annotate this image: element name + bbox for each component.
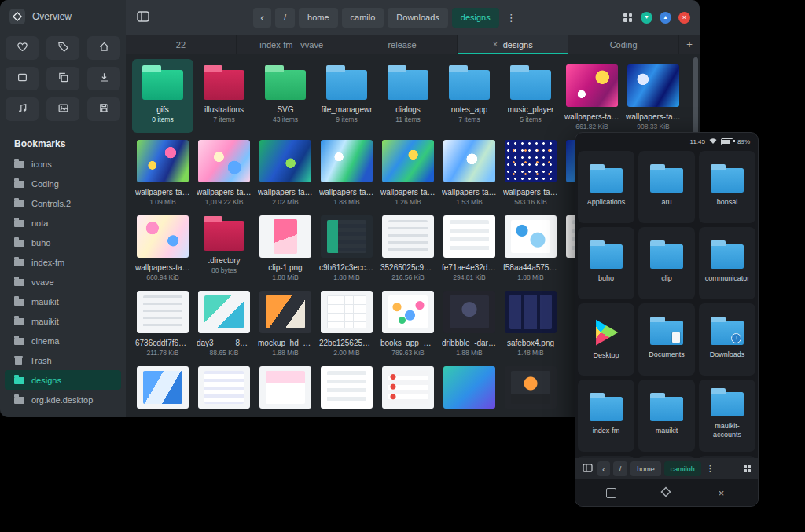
mobile-breadcrumb-home[interactable]: home [630, 461, 661, 476]
file-item[interactable]: wallpapers-tab...1.09 MiB [132, 134, 193, 208]
file-item[interactable] [316, 361, 377, 417]
nav-app-logo-button[interactable] [659, 485, 673, 501]
bookmark-item[interactable]: mauikit [5, 311, 121, 331]
sidebar-toggle-button[interactable] [135, 9, 151, 26]
mobile-folder-item[interactable]: buho [578, 227, 634, 299]
favorites-button[interactable] [6, 36, 39, 60]
mobile-folder-item[interactable]: aru [638, 151, 695, 223]
file-item[interactable]: dribbble_-dark...1.88 MiB [439, 285, 500, 359]
tab-close-icon[interactable]: × [493, 40, 498, 49]
mobile-breadcrumb-current[interactable]: camiloh [664, 461, 701, 476]
bookmark-item[interactable]: Coding [5, 174, 121, 193]
tags-button[interactable] [46, 36, 79, 60]
tab-22[interactable]: 22 [126, 35, 237, 54]
folder-item[interactable]: dialogs11 items [377, 59, 439, 133]
file-item[interactable]: wallpapers-tab...1.88 MiB [316, 134, 377, 208]
bookmark-item-trash[interactable]: Trash [5, 350, 121, 370]
bookmark-item[interactable]: Controls.2 [5, 193, 121, 213]
file-item[interactable]: 22bc12562509...2.00 MiB [316, 285, 377, 359]
view-toggle-button[interactable] [622, 12, 634, 24]
maximize-button[interactable]: ▴ [660, 12, 671, 24]
file-item[interactable] [377, 361, 439, 417]
file-item[interactable] [255, 361, 316, 417]
file-item[interactable]: 35265025c9bb...216.56 KiB [377, 210, 439, 284]
mobile-folder-item[interactable]: index-fm [578, 380, 634, 452]
file-item[interactable]: mockup_hd_sc...1.88 MiB [255, 285, 316, 359]
tab-coding[interactable]: Coding [568, 35, 679, 54]
mobile-breadcrumb-root[interactable]: / [613, 461, 628, 476]
mobile-view-toggle-button[interactable] [742, 464, 752, 474]
file-item[interactable]: fe71ae4e32dfb...294.81 KiB [439, 210, 500, 284]
mobile-sidebar-toggle-button[interactable] [581, 461, 594, 476]
bookmark-item[interactable]: nota [5, 213, 121, 233]
home-button[interactable] [87, 36, 120, 60]
documents-button[interactable] [46, 67, 79, 90]
bookmark-item[interactable]: index-fm [5, 252, 121, 272]
folder-item[interactable]: file_managewr9 items [316, 59, 377, 133]
file-item[interactable]: books_app_19...789.63 KiB [377, 285, 439, 359]
tab-index-fm-vvave[interactable]: index-fm - vvave [237, 35, 347, 54]
bookmark-item[interactable]: mauikit [5, 292, 121, 311]
file-item[interactable]: clip-1.png1.88 MiB [255, 210, 316, 284]
breadcrumb-root[interactable]: / [275, 8, 295, 28]
folder-item[interactable]: .directory80 bytes [193, 210, 255, 284]
mobile-overflow-menu-button[interactable]: ⋮ [704, 464, 716, 474]
music-button[interactable] [6, 97, 39, 121]
mobile-folder-item-documents[interactable]: Documents [638, 303, 695, 376]
folder-item[interactable]: SVG43 items [255, 59, 316, 133]
bookmark-item-designs[interactable]: designs [5, 370, 121, 390]
pictures-button[interactable] [46, 97, 79, 121]
folder-item-gifs[interactable]: gifs0 items [132, 59, 193, 133]
mobile-folder-item[interactable]: mauikit-accounts [699, 380, 755, 452]
downloads-button[interactable] [87, 67, 120, 90]
file-item[interactable]: wallpapers-tab...2.02 MiB [255, 134, 316, 208]
overflow-menu-button[interactable]: ⋮ [503, 12, 520, 24]
file-item[interactable] [439, 361, 500, 417]
apps-button[interactable] [6, 67, 39, 90]
mobile-back-button[interactable]: ‹ [597, 461, 610, 476]
file-item[interactable]: wallpapers-tab...1.53 MiB [439, 134, 500, 208]
bookmark-item[interactable]: buho [5, 233, 121, 252]
file-item[interactable]: wallpapers-tab...1,019.22 KiB [193, 134, 255, 208]
file-item[interactable]: wallpapers-tab...661.82 KiB [561, 59, 623, 133]
minimize-button[interactable]: ▾ [641, 12, 652, 24]
file-item[interactable] [500, 361, 561, 417]
file-item[interactable]: wallpapers-tab...660.94 KiB [132, 210, 193, 284]
folder-item[interactable]: illustrations7 items [193, 59, 255, 133]
bookmark-item[interactable]: cinema [5, 331, 121, 350]
file-item[interactable]: c9b612c3ecc3c...1.88 MiB [316, 210, 377, 284]
folder-item[interactable]: notes_app7 items [439, 59, 500, 133]
file-item[interactable]: wallpapers-tab...1.26 MiB [377, 134, 439, 208]
file-item[interactable] [132, 361, 193, 417]
back-button[interactable]: ‹ [253, 8, 271, 28]
mobile-folder-item[interactable]: communicator [699, 227, 755, 299]
mobile-folder-item-downloads[interactable]: Downloads [699, 303, 755, 376]
mobile-folder-item[interactable]: clip [638, 227, 695, 299]
close-button[interactable]: × [678, 12, 690, 24]
tab-designs[interactable]: ×designs [458, 35, 568, 54]
bookmark-item[interactable]: icons [5, 154, 121, 174]
tab-release[interactable]: release [347, 35, 458, 54]
mobile-folder-item[interactable]: Applications [578, 151, 634, 223]
folder-item[interactable]: music_player5 items [500, 59, 561, 133]
file-item[interactable]: 6736cddf7f69b...211.78 KiB [132, 285, 193, 359]
breadcrumb-current[interactable]: designs [452, 8, 499, 28]
file-item[interactable]: day3_____800_...88.65 KiB [193, 285, 255, 359]
nav-close-button[interactable]: × [714, 486, 730, 500]
file-item[interactable]: safebox4.png1.48 MiB [500, 285, 561, 359]
mobile-folder-item[interactable]: bonsai [699, 151, 755, 223]
breadcrumb-home[interactable]: home [299, 8, 338, 28]
file-item[interactable]: f58aa44a5754...1.88 MiB [500, 210, 561, 284]
file-item[interactable] [193, 361, 255, 417]
mobile-folder-item[interactable]: mauikit [638, 380, 695, 452]
mobile-folder-item-desktop[interactable]: Desktop [578, 303, 634, 376]
file-item[interactable]: wallpapers-tab...908.33 KiB [623, 59, 684, 133]
file-item[interactable]: wallpapers-tab...583.16 KiB [500, 134, 561, 208]
bookmark-item[interactable]: vvave [5, 272, 121, 292]
breadcrumb-downloads[interactable]: Downloads [388, 8, 447, 28]
new-tab-button[interactable]: + [679, 35, 700, 54]
breadcrumb-user[interactable]: camilo [342, 8, 384, 28]
bookmark-item[interactable]: org.kde.desktop [5, 390, 121, 409]
nav-home-button[interactable] [605, 486, 618, 500]
storage-button[interactable] [87, 97, 120, 121]
